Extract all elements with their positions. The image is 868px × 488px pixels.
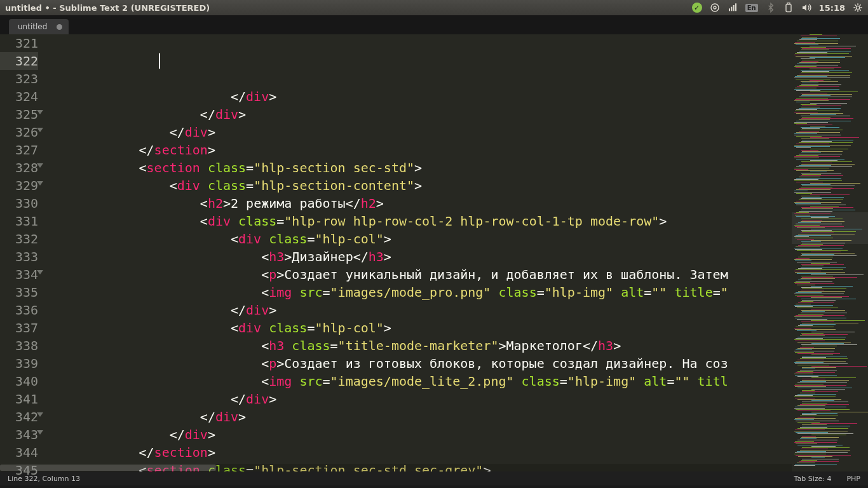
svg-rect-6 (786, 4, 791, 12)
svg-rect-4 (733, 5, 734, 11)
system-tray: ✓ En 15:18 (692, 3, 863, 13)
tab-dirty-indicator (57, 24, 62, 30)
tab-untitled[interactable]: untitled (9, 19, 69, 34)
window-title: untitled • - Sublime Text 2 (UNREGISTERE… (5, 3, 692, 13)
svg-point-8 (856, 6, 859, 9)
line-gutter[interactable]: 3213223233243253263273283293303313323333… (0, 34, 43, 471)
svg-rect-2 (729, 8, 730, 11)
status-tab-size[interactable]: Tab Size: 4 (794, 475, 832, 483)
network-icon[interactable] (728, 3, 738, 13)
system-menubar: untitled • - Sublime Text 2 (UNREGISTERE… (0, 0, 868, 15)
minimap[interactable] (792, 34, 868, 471)
svg-point-0 (714, 6, 716, 9)
tab-label: untitled (18, 22, 47, 31)
keyboard-lang-indicator[interactable]: En (745, 4, 758, 12)
settings-tray-icon[interactable] (710, 3, 720, 13)
battery-icon[interactable] (783, 3, 794, 13)
code-editor[interactable]: </div> </div> </div> </section> <section… (43, 34, 792, 471)
horizontal-scroll-thumb[interactable] (0, 464, 216, 471)
svg-rect-5 (735, 3, 736, 11)
tab-bar: untitled (0, 15, 868, 34)
clock[interactable]: 15:18 (819, 3, 845, 13)
text-cursor (159, 53, 160, 69)
status-syntax[interactable]: PHP (846, 475, 860, 483)
svg-rect-7 (787, 3, 790, 4)
editor-area: 3213223233243253263273283293303313323333… (0, 34, 868, 471)
status-bar: Line 322, Column 13 Tab Size: 4 PHP (0, 471, 868, 485)
svg-rect-3 (731, 7, 732, 11)
horizontal-scrollbar[interactable] (0, 464, 792, 471)
volume-icon[interactable] (801, 3, 811, 13)
session-icon[interactable] (853, 3, 863, 13)
svg-point-1 (711, 4, 719, 11)
sync-ok-icon[interactable]: ✓ (692, 3, 702, 13)
bluetooth-icon[interactable] (766, 3, 776, 13)
